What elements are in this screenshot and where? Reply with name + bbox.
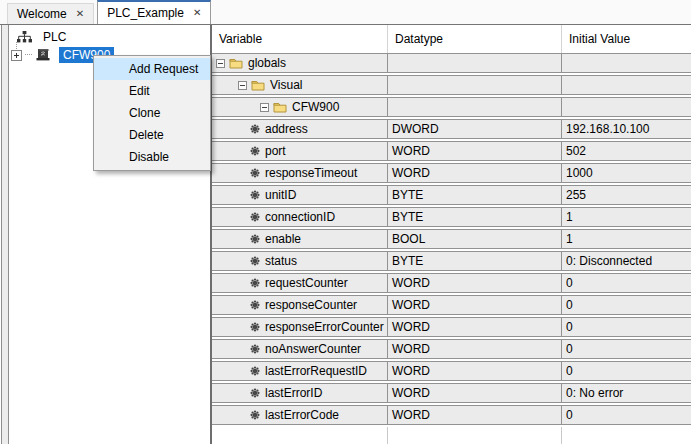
cell-variable: lastErrorCode <box>212 406 388 424</box>
grid-row-responseErrorCounter[interactable]: responseErrorCounterWORD0 <box>212 317 691 337</box>
cell-datatype: WORD <box>388 164 562 182</box>
grid-row-lastErrorCode[interactable]: lastErrorCodeWORD0 <box>212 405 691 425</box>
variable-icon <box>250 146 260 156</box>
grid-row-noAnswerCounter[interactable]: noAnswerCounterWORD0 <box>212 339 691 359</box>
variable-icon <box>250 124 260 134</box>
cell-datatype <box>388 54 562 72</box>
variable-icon <box>250 388 260 398</box>
tab-close-icon[interactable]: ✕ <box>76 9 84 19</box>
menu-item-edit[interactable]: Edit <box>94 80 210 102</box>
grid-row-lastErrorRequestID[interactable]: lastErrorRequestIDWORD0 <box>212 361 691 381</box>
variable-icon <box>250 322 260 332</box>
folder-icon <box>229 57 243 69</box>
context-menu: Add RequestEditCloneDeleteDisable <box>93 55 211 171</box>
grid-row-port[interactable]: portWORD502 <box>212 141 691 161</box>
tab-label: PLC_Example <box>107 6 184 20</box>
row-name: Visual <box>270 78 302 92</box>
cell-variable: lastErrorRequestID <box>212 362 388 380</box>
grid-row-globals[interactable]: globals <box>212 53 691 73</box>
cell-initial-value: 255 <box>562 186 691 204</box>
variable-icon <box>250 366 260 376</box>
tree-connector-horizontal <box>25 54 32 56</box>
row-name: enable <box>265 232 301 246</box>
row-collapse-icon[interactable] <box>216 59 225 68</box>
left-gutter <box>1 25 9 444</box>
grid-row-connectionID[interactable]: connectionIDBYTE1 <box>212 207 691 227</box>
variable-icon <box>250 278 260 288</box>
row-collapse-icon[interactable] <box>260 103 269 112</box>
cell-variable: lastErrorID <box>212 384 388 402</box>
tree-item-plc-label: PLC <box>43 30 66 44</box>
grid-row-lastErrorID[interactable]: lastErrorIDWORD0: No error <box>212 383 691 403</box>
row-name: lastErrorCode <box>265 408 339 422</box>
cell-initial-value: 0: No error <box>562 384 691 402</box>
grid-column-divider <box>387 427 388 444</box>
variable-icon <box>250 168 260 178</box>
tab-welcome[interactable]: Welcome✕ <box>7 3 94 24</box>
cell-initial-value: 0: Disconnected <box>562 252 691 270</box>
row-name: status <box>265 254 297 268</box>
cell-initial-value: 0 <box>562 318 691 336</box>
cell-variable: Visual <box>212 76 388 94</box>
cell-initial-value <box>562 98 691 116</box>
cell-initial-value <box>562 54 691 72</box>
tab-close-icon[interactable]: ✕ <box>193 8 201 18</box>
tree-item-plc[interactable]: PLC <box>17 29 66 45</box>
device-icon <box>35 48 51 62</box>
folder-icon <box>273 101 287 113</box>
tab-plc_example[interactable]: PLC_Example✕ <box>97 0 211 24</box>
cell-variable: globals <box>212 54 388 72</box>
cell-datatype: WORD <box>388 274 562 292</box>
row-name: lastErrorRequestID <box>265 364 367 378</box>
grid-header-initial-value: Initial Value <box>562 25 691 53</box>
grid-row-requestCounter[interactable]: requestCounterWORD0 <box>212 273 691 293</box>
cell-variable: enable <box>212 230 388 248</box>
menu-item-disable[interactable]: Disable <box>94 146 210 168</box>
cell-initial-value: 0 <box>562 362 691 380</box>
folder-icon <box>251 79 265 91</box>
variable-icon <box>250 344 260 354</box>
grid-row-Visual[interactable]: Visual <box>212 75 691 95</box>
cell-datatype: BYTE <box>388 252 562 270</box>
grid-row-responseCounter[interactable]: responseCounterWORD0 <box>212 295 691 315</box>
variable-icon <box>250 300 260 310</box>
plc-network-icon <box>17 31 32 44</box>
cell-initial-value: 192.168.10.100 <box>562 120 691 138</box>
editor-tab-bar: Welcome✕PLC_Example✕ <box>0 0 691 24</box>
grid-header-row: Variable Datatype Initial Value <box>212 25 691 53</box>
cell-variable: port <box>212 142 388 160</box>
cell-initial-value: 1000 <box>562 164 691 182</box>
tree-expand-plus-icon[interactable] <box>11 50 22 61</box>
grid-row-enable[interactable]: enableBOOL1 <box>212 229 691 249</box>
row-name: unitID <box>265 188 296 202</box>
cell-datatype: WORD <box>388 142 562 160</box>
menu-item-add-request[interactable]: Add Request <box>94 58 210 80</box>
grid-row-responseTimeout[interactable]: responseTimeoutWORD1000 <box>212 163 691 183</box>
cell-datatype: WORD <box>388 296 562 314</box>
grid-column-divider <box>561 427 562 444</box>
row-name: address <box>265 122 308 136</box>
variable-icon <box>250 410 260 420</box>
cell-variable: unitID <box>212 186 388 204</box>
grid-row-status[interactable]: statusBYTE0: Disconnected <box>212 251 691 271</box>
grid-row-CFW900[interactable]: CFW900 <box>212 97 691 117</box>
cell-datatype: WORD <box>388 362 562 380</box>
row-name: responseCounter <box>265 298 357 312</box>
tab-label: Welcome <box>17 7 67 21</box>
cell-initial-value: 0 <box>562 406 691 424</box>
variable-icon <box>250 212 260 222</box>
cell-datatype: WORD <box>388 340 562 358</box>
menu-item-delete[interactable]: Delete <box>94 124 210 146</box>
cell-variable: connectionID <box>212 208 388 226</box>
menu-item-clone[interactable]: Clone <box>94 102 210 124</box>
cell-datatype: DWORD <box>388 120 562 138</box>
row-collapse-icon[interactable] <box>238 81 247 90</box>
cell-initial-value: 0 <box>562 274 691 292</box>
row-name: responseTimeout <box>265 166 357 180</box>
grid-row-address[interactable]: addressDWORD192.168.10.100 <box>212 119 691 139</box>
grid-row-unitID[interactable]: unitIDBYTE255 <box>212 185 691 205</box>
row-name: port <box>265 144 286 158</box>
cell-datatype: WORD <box>388 318 562 336</box>
cell-variable: status <box>212 252 388 270</box>
row-name: lastErrorID <box>265 386 322 400</box>
